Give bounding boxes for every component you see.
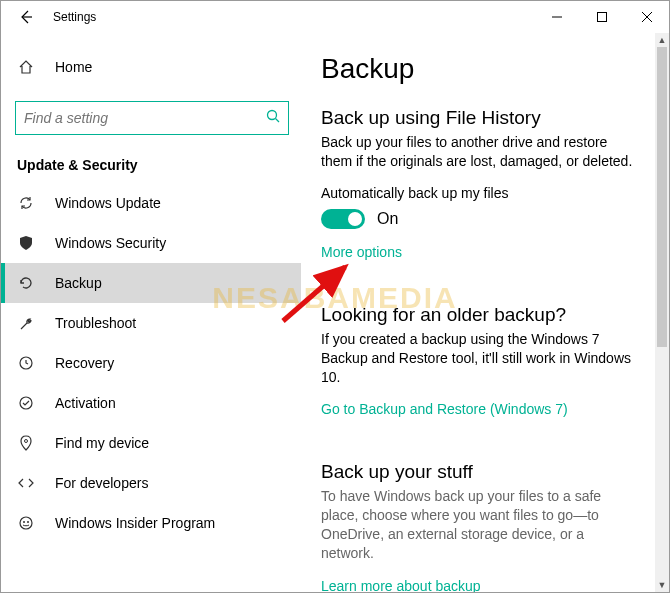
sidebar-item-label: Windows Update <box>55 195 161 211</box>
insider-icon <box>17 515 35 531</box>
home-icon <box>17 59 35 75</box>
close-button[interactable] <box>624 1 669 33</box>
sidebar-item-label: Activation <box>55 395 116 411</box>
sidebar-item-label: Windows Security <box>55 235 166 251</box>
sidebar-item-label: Troubleshoot <box>55 315 136 331</box>
svg-point-4 <box>268 111 277 120</box>
sidebar-section-header: Update & Security <box>1 145 301 183</box>
file-history-heading: Back up using File History <box>321 107 639 129</box>
svg-point-11 <box>27 521 29 523</box>
scroll-up-arrow[interactable]: ▲ <box>655 33 669 47</box>
sidebar-home-label: Home <box>55 59 92 75</box>
sidebar-item-label: Recovery <box>55 355 114 371</box>
window-title: Settings <box>53 10 96 24</box>
sidebar-item-label: Backup <box>55 275 102 291</box>
scroll-down-arrow[interactable]: ▼ <box>655 578 669 592</box>
sidebar-item-label: Find my device <box>55 435 149 451</box>
minimize-button[interactable] <box>534 1 579 33</box>
sidebar-item-windows-security[interactable]: Windows Security <box>1 223 301 263</box>
sidebar-item-activation[interactable]: Activation <box>1 383 301 423</box>
auto-backup-toggle[interactable] <box>321 209 365 229</box>
backup-icon <box>17 275 35 291</box>
sidebar-item-for-developers[interactable]: For developers <box>1 463 301 503</box>
sidebar-home[interactable]: Home <box>1 47 301 87</box>
sync-icon <box>17 195 35 211</box>
sidebar: Home Update & Security Windows Update Wi… <box>1 33 301 592</box>
code-icon <box>17 475 35 491</box>
page-title: Backup <box>321 53 639 85</box>
sidebar-item-label: For developers <box>55 475 148 491</box>
sidebar-item-troubleshoot[interactable]: Troubleshoot <box>1 303 301 343</box>
svg-point-7 <box>20 397 32 409</box>
search-input[interactable] <box>24 110 258 126</box>
maximize-button[interactable] <box>579 1 624 33</box>
location-icon <box>17 435 35 451</box>
search-box[interactable] <box>15 101 289 135</box>
check-circle-icon <box>17 395 35 411</box>
svg-rect-1 <box>597 13 606 22</box>
sidebar-item-recovery[interactable]: Recovery <box>1 343 301 383</box>
file-history-desc: Back up your files to another drive and … <box>321 133 639 171</box>
older-backup-link[interactable]: Go to Backup and Restore (Windows 7) <box>321 401 568 417</box>
recovery-icon <box>17 355 35 371</box>
learn-more-link[interactable]: Learn more about backup <box>321 578 481 592</box>
svg-line-5 <box>276 119 280 123</box>
svg-point-8 <box>25 440 28 443</box>
scroll-thumb[interactable] <box>657 47 667 347</box>
older-backup-heading: Looking for an older backup? <box>321 304 639 326</box>
sidebar-item-insider-program[interactable]: Windows Insider Program <box>1 503 301 543</box>
svg-point-10 <box>23 521 25 523</box>
wrench-icon <box>17 315 35 331</box>
svg-point-9 <box>20 517 32 529</box>
toggle-state-label: On <box>377 210 398 228</box>
sidebar-item-label: Windows Insider Program <box>55 515 215 531</box>
more-options-link[interactable]: More options <box>321 244 402 260</box>
backup-stuff-heading: Back up your stuff <box>321 461 639 483</box>
main-content: Backup Back up using File History Back u… <box>301 33 669 592</box>
vertical-scrollbar[interactable]: ▲ ▼ <box>655 33 669 592</box>
search-icon <box>266 109 280 127</box>
backup-stuff-desc: To have Windows back up your files to a … <box>321 487 639 563</box>
sidebar-item-windows-update[interactable]: Windows Update <box>1 183 301 223</box>
auto-backup-label: Automatically back up my files <box>321 185 639 201</box>
sidebar-item-find-my-device[interactable]: Find my device <box>1 423 301 463</box>
shield-icon <box>17 235 35 251</box>
back-button[interactable] <box>15 9 37 25</box>
sidebar-item-backup[interactable]: Backup <box>1 263 301 303</box>
older-backup-desc: If you created a backup using the Window… <box>321 330 639 387</box>
